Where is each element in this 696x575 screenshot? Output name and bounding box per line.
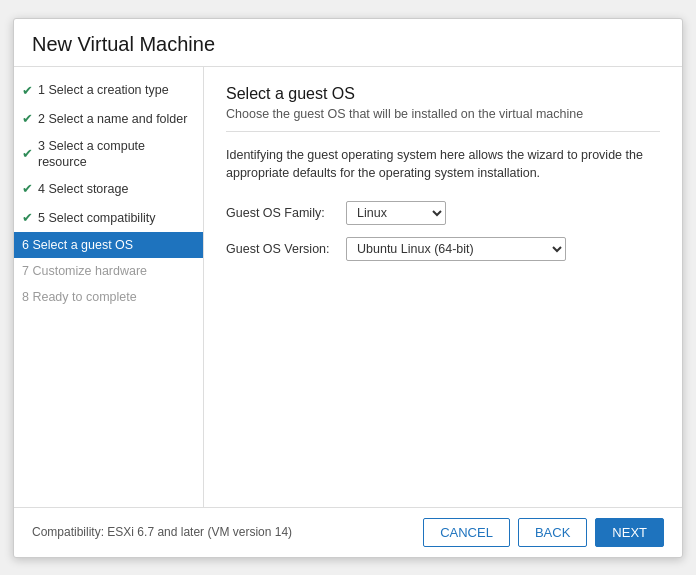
dialog-footer: Compatibility: ESXi 6.7 and later (VM ve… bbox=[14, 507, 682, 557]
dialog-title: New Virtual Machine bbox=[14, 19, 682, 67]
new-vm-dialog: New Virtual Machine ✔1 Select a creation… bbox=[13, 18, 683, 558]
sidebar-item-label: 7 Customize hardware bbox=[22, 263, 147, 279]
section-subtitle: Choose the guest OS that will be install… bbox=[226, 107, 660, 132]
main-content: Select a guest OS Choose the guest OS th… bbox=[204, 67, 682, 507]
sidebar-item-step2[interactable]: ✔2 Select a name and folder bbox=[14, 105, 203, 133]
check-icon: ✔ bbox=[22, 209, 33, 227]
sidebar-item-step4[interactable]: ✔4 Select storage bbox=[14, 175, 203, 203]
compatibility-text: Compatibility: ESXi 6.7 and later (VM ve… bbox=[32, 525, 292, 539]
sidebar-item-label: 2 Select a name and folder bbox=[38, 111, 187, 127]
family-label: Guest OS Family: bbox=[226, 206, 346, 220]
sidebar-item-label: 8 Ready to complete bbox=[22, 289, 137, 305]
check-icon: ✔ bbox=[22, 180, 33, 198]
dialog-body: ✔1 Select a creation type✔2 Select a nam… bbox=[14, 67, 682, 507]
wizard-sidebar: ✔1 Select a creation type✔2 Select a nam… bbox=[14, 67, 204, 507]
family-row: Guest OS Family: LinuxWindowsOther bbox=[226, 201, 660, 225]
sidebar-item-label: 1 Select a creation type bbox=[38, 82, 169, 98]
cancel-button[interactable]: CANCEL bbox=[423, 518, 510, 547]
version-label: Guest OS Version: bbox=[226, 242, 346, 256]
sidebar-item-label: 4 Select storage bbox=[38, 181, 128, 197]
sidebar-item-step8: 8 Ready to complete bbox=[14, 284, 203, 310]
section-title: Select a guest OS bbox=[226, 85, 660, 103]
sidebar-item-step1[interactable]: ✔1 Select a creation type bbox=[14, 77, 203, 105]
check-icon: ✔ bbox=[22, 110, 33, 128]
next-button[interactable]: NEXT bbox=[595, 518, 664, 547]
sidebar-item-step3[interactable]: ✔3 Select a compute resource bbox=[14, 133, 203, 176]
back-button[interactable]: BACK bbox=[518, 518, 587, 547]
sidebar-item-label: 3 Select a compute resource bbox=[38, 138, 193, 171]
footer-buttons: CANCEL BACK NEXT bbox=[423, 518, 664, 547]
version-select[interactable]: Ubuntu Linux (64-bit)Ubuntu Linux (32-bi… bbox=[346, 237, 566, 261]
sidebar-item-step5[interactable]: ✔5 Select compatibility bbox=[14, 204, 203, 232]
sidebar-item-step7: 7 Customize hardware bbox=[14, 258, 203, 284]
family-select[interactable]: LinuxWindowsOther bbox=[346, 201, 446, 225]
sidebar-item-label: 6 Select a guest OS bbox=[22, 237, 133, 253]
check-icon: ✔ bbox=[22, 82, 33, 100]
info-text: Identifying the guest operating system h… bbox=[226, 146, 660, 184]
sidebar-item-label: 5 Select compatibility bbox=[38, 210, 155, 226]
sidebar-item-step6[interactable]: 6 Select a guest OS bbox=[14, 232, 203, 258]
check-icon: ✔ bbox=[22, 145, 33, 163]
version-row: Guest OS Version: Ubuntu Linux (64-bit)U… bbox=[226, 237, 660, 261]
